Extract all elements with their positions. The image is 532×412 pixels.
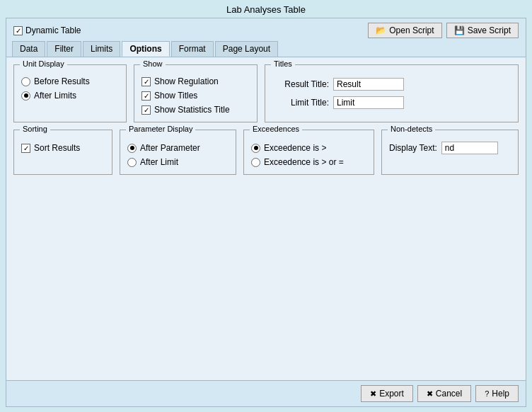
parameter-display-panel: Parameter Display After Parameter After … xyxy=(120,130,236,175)
dynamic-table-checkbox[interactable] xyxy=(13,26,23,35)
sorting-panel: Sorting Sort Results xyxy=(13,130,112,175)
show-regulation-label: Show Regulation xyxy=(154,76,219,86)
exceedence-gt-label: Exceedence is > xyxy=(264,143,326,153)
show-titles-label: Show Titles xyxy=(154,91,197,101)
tab-page-layout[interactable]: Page Layout xyxy=(215,41,278,57)
sort-results-checkbox[interactable] xyxy=(21,144,30,153)
after-parameter-option[interactable]: After Parameter xyxy=(127,143,229,153)
show-panel: Show Show Regulation Show Titles Show St… xyxy=(134,64,258,122)
exceedence-gte-radio[interactable] xyxy=(251,158,260,167)
after-parameter-label: After Parameter xyxy=(140,143,200,153)
cancel-icon: ✖ xyxy=(427,389,433,399)
save-script-icon: 💾 xyxy=(454,25,465,35)
dynamic-table-label: Dynamic Table xyxy=(25,25,81,35)
export-icon: ✖ xyxy=(370,389,376,399)
non-detects-title: Non-detects xyxy=(388,125,435,133)
after-limit-label: After Limit xyxy=(140,157,178,167)
open-script-button[interactable]: 📂 Open Script xyxy=(368,23,441,38)
show-titles-checkbox[interactable] xyxy=(141,91,151,101)
exceedence-gte-option[interactable]: Exceedence is > or = xyxy=(251,157,366,167)
window-title: Lab Analyses Table xyxy=(226,4,306,15)
sort-results-label: Sort Results xyxy=(34,143,80,153)
after-limits-option[interactable]: After Limits xyxy=(21,91,119,101)
after-limit-option[interactable]: After Limit xyxy=(127,157,229,167)
dynamic-table-container: Dynamic Table xyxy=(13,25,81,35)
tab-data[interactable]: Data xyxy=(12,41,45,57)
show-titles-item[interactable]: Show Titles xyxy=(141,91,250,101)
limit-title-input[interactable] xyxy=(333,96,404,109)
show-title: Show xyxy=(140,59,166,68)
tab-limits[interactable]: Limits xyxy=(83,41,120,57)
after-parameter-radio[interactable] xyxy=(127,144,137,153)
display-text-label: Display Text: xyxy=(389,143,437,153)
exceedences-panel: Exceedences Exceedence is > Exceedence i… xyxy=(243,130,374,175)
export-button[interactable]: ✖ Export xyxy=(361,385,413,402)
bottom-buttons-bar: ✖ Export ✖ Cancel ? Help xyxy=(6,380,526,406)
result-title-label: Result Title: xyxy=(272,79,329,89)
cancel-button[interactable]: ✖ Cancel xyxy=(417,385,471,402)
unit-display-title: Unit Display xyxy=(20,59,67,68)
show-statistics-title-checkbox[interactable] xyxy=(141,105,151,115)
before-results-radio[interactable] xyxy=(21,77,30,86)
limit-title-label: Limit Title: xyxy=(272,98,329,108)
tabs-bar: Data Filter Limits Options Format Page L… xyxy=(6,41,526,57)
tab-options[interactable]: Options xyxy=(122,41,169,57)
help-button[interactable]: ? Help xyxy=(475,385,519,402)
after-limits-radio[interactable] xyxy=(21,91,30,101)
show-regulation-item[interactable]: Show Regulation xyxy=(141,76,250,86)
parameter-display-title: Parameter Display xyxy=(126,125,195,133)
display-text-input[interactable] xyxy=(441,142,498,154)
help-icon: ? xyxy=(485,389,489,398)
show-regulation-checkbox[interactable] xyxy=(141,77,151,86)
result-title-input[interactable] xyxy=(333,78,404,91)
show-statistics-title-item[interactable]: Show Statistics Title xyxy=(141,105,250,115)
tab-format[interactable]: Format xyxy=(171,41,214,57)
exceedence-gt-radio[interactable] xyxy=(251,144,260,153)
after-limit-radio[interactable] xyxy=(127,158,137,167)
after-limits-label: After Limits xyxy=(34,91,76,101)
tab-filter[interactable]: Filter xyxy=(47,41,81,57)
sort-results-item[interactable]: Sort Results xyxy=(21,143,105,153)
exceedence-gte-label: Exceedence is > or = xyxy=(264,157,344,167)
exceedence-gt-option[interactable]: Exceedence is > xyxy=(251,143,366,153)
before-results-label: Before Results xyxy=(34,76,90,86)
save-script-button[interactable]: 💾 Save Script xyxy=(446,23,519,38)
show-statistics-title-label: Show Statistics Title xyxy=(154,105,230,115)
open-script-icon: 📂 xyxy=(376,25,386,35)
titles-panel: Titles Result Title: Limit Title: xyxy=(265,64,519,122)
before-results-option[interactable]: Before Results xyxy=(21,76,119,86)
sorting-title: Sorting xyxy=(20,125,50,133)
unit-display-panel: Unit Display Before Results After Limits xyxy=(13,64,127,122)
titles-title: Titles xyxy=(271,59,295,68)
non-detects-panel: Non-detects Display Text: xyxy=(381,130,519,175)
exceedences-title: Exceedences xyxy=(250,125,302,133)
